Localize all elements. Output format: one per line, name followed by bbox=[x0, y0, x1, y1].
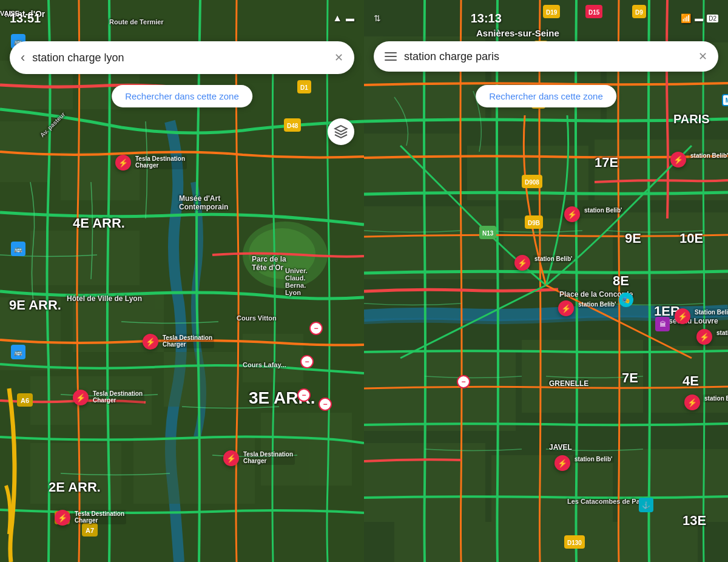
right-signal-arrows: ⇅ bbox=[374, 13, 381, 23]
svg-rect-24 bbox=[364, 206, 497, 279]
menu-line-1 bbox=[385, 52, 397, 53]
right-search-zone-button[interactable]: Rechercher dans cette zone bbox=[476, 85, 616, 107]
left-search-zone-button[interactable]: Rechercher dans cette zone bbox=[112, 85, 252, 107]
right-search-bar: ✕ bbox=[374, 41, 718, 72]
left-layer-button[interactable] bbox=[328, 118, 354, 145]
right-time: 13:13 bbox=[471, 12, 502, 25]
right-status-icons: 📶 ▬ D2 bbox=[681, 13, 718, 23]
right-battery-icon: ▬ bbox=[695, 13, 703, 23]
menu-line-3 bbox=[385, 59, 397, 61]
left-map-panel: 13:51 ▲ ▬ ‹ ✕ Rechercher dans cette zone bbox=[0, 0, 364, 562]
svg-rect-26 bbox=[619, 212, 728, 279]
right-map-panel: ⇅ 13:13 📶 ▬ D2 ✕ Rechercher dans ce bbox=[364, 0, 728, 562]
svg-rect-31 bbox=[491, 455, 613, 528]
svg-rect-33 bbox=[394, 522, 698, 562]
right-status-left: ⇅ bbox=[374, 13, 381, 23]
right-search-input[interactable] bbox=[404, 50, 691, 63]
svg-rect-23 bbox=[595, 140, 728, 200]
right-clear-button[interactable]: ✕ bbox=[698, 50, 707, 63]
left-search-bar: ‹ ✕ bbox=[10, 41, 354, 74]
app-container: 13:51 ▲ ▬ ‹ ✕ Rechercher dans cette zone bbox=[0, 0, 728, 562]
left-search-container: ‹ ✕ bbox=[10, 41, 354, 74]
right-search-container: ✕ bbox=[374, 41, 718, 72]
right-status-bar: ⇅ 13:13 📶 ▬ D2 bbox=[364, 0, 728, 36]
left-battery-icon: ▬ bbox=[346, 13, 354, 23]
left-time: 13:51 bbox=[10, 12, 41, 25]
left-layers-icon bbox=[334, 124, 348, 139]
svg-rect-9 bbox=[0, 297, 61, 370]
svg-rect-16 bbox=[261, 413, 352, 486]
right-wifi-icon: 📶 bbox=[681, 13, 691, 23]
menu-line-2 bbox=[385, 56, 397, 57]
left-status-bar: 13:51 ▲ ▬ bbox=[0, 0, 364, 36]
right-battery-indicator: D2 bbox=[707, 15, 718, 22]
svg-rect-32 bbox=[619, 449, 728, 522]
right-map-background bbox=[364, 0, 728, 562]
left-signal-icon: ▲ bbox=[332, 13, 342, 24]
svg-rect-12 bbox=[164, 352, 237, 407]
right-menu-button[interactable] bbox=[385, 52, 397, 61]
left-back-button[interactable]: ‹ bbox=[21, 50, 25, 66]
left-map-background bbox=[0, 0, 364, 562]
left-search-input[interactable] bbox=[32, 52, 327, 64]
svg-rect-21 bbox=[364, 134, 461, 194]
left-status-icons: ▲ ▬ bbox=[332, 13, 354, 24]
svg-rect-27 bbox=[364, 352, 516, 431]
left-clear-button[interactable]: ✕ bbox=[334, 51, 343, 64]
